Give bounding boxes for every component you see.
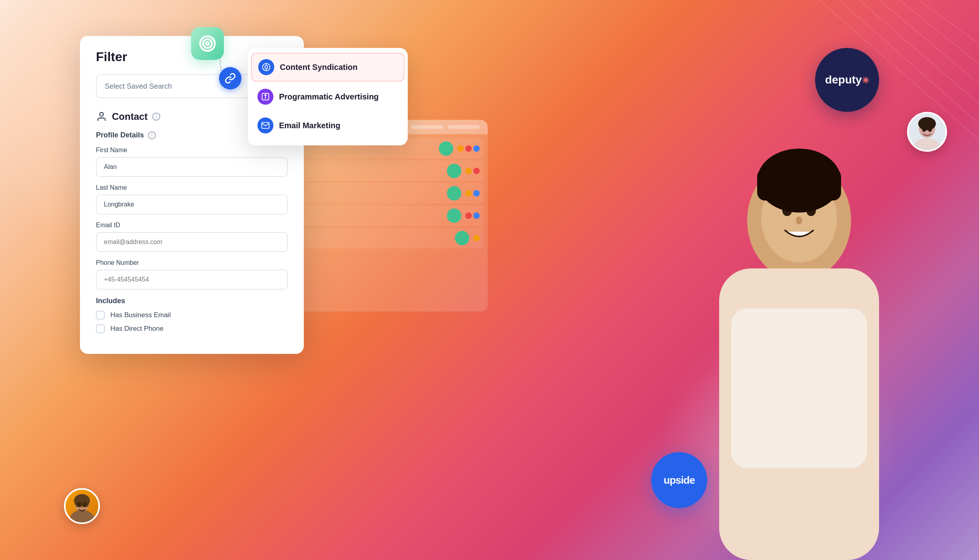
phone-number-label: Phone Number bbox=[96, 259, 288, 266]
phone-number-input[interactable] bbox=[96, 270, 288, 290]
content-syndication-card: Content Syndication Programmatic Adverti… bbox=[248, 48, 408, 145]
email-id-label: Email ID bbox=[96, 222, 288, 229]
link-icon bbox=[225, 73, 236, 84]
has-business-email-checkbox[interactable] bbox=[96, 311, 105, 320]
target-icon-badge bbox=[191, 27, 224, 60]
svg-point-33 bbox=[74, 494, 90, 507]
email-id-input[interactable] bbox=[96, 232, 288, 252]
link-connector-badge bbox=[219, 67, 241, 89]
svg-point-43 bbox=[922, 127, 926, 132]
last-name-field-group: Last Name bbox=[96, 184, 288, 214]
filter-title: Filter bbox=[96, 50, 127, 64]
includes-label: Includes bbox=[96, 297, 288, 305]
email-id-field-group: Email ID bbox=[96, 222, 288, 252]
phone-number-field-group: Phone Number bbox=[96, 259, 288, 290]
deputy-text: deputy✳ bbox=[825, 73, 869, 86]
svg-rect-11 bbox=[731, 308, 867, 468]
upside-text: upside bbox=[664, 474, 695, 487]
svg-line-3 bbox=[879, 0, 979, 84]
svg-point-23 bbox=[203, 39, 212, 48]
deputy-star-icon: ✳ bbox=[862, 75, 869, 85]
upside-badge: upside bbox=[651, 452, 707, 508]
email-icon bbox=[261, 121, 270, 130]
svg-rect-19 bbox=[757, 169, 841, 201]
svg-point-42 bbox=[918, 117, 936, 130]
syndication-icon bbox=[262, 63, 271, 71]
advertising-icon bbox=[261, 92, 270, 101]
person-avatar-right bbox=[907, 112, 947, 152]
programmatic-advertising-label: Programmatic Advertising bbox=[279, 92, 379, 101]
has-direct-phone-label: Has Direct Phone bbox=[110, 325, 163, 333]
contact-person-icon bbox=[96, 111, 107, 122]
content-syndication-icon bbox=[258, 59, 274, 75]
svg-point-26 bbox=[265, 66, 267, 68]
programmatic-advertising-icon bbox=[257, 89, 273, 105]
last-name-input[interactable] bbox=[96, 195, 288, 214]
email-marketing-item[interactable]: Email Marketing bbox=[251, 112, 405, 139]
svg-point-21 bbox=[100, 113, 103, 116]
svg-line-4 bbox=[899, 0, 979, 64]
has-direct-phone-row: Has Direct Phone bbox=[96, 324, 288, 333]
contact-title: Contact bbox=[112, 111, 148, 122]
email-marketing-label: Email Marketing bbox=[279, 121, 340, 130]
has-business-email-row: Has Business Email bbox=[96, 311, 288, 320]
first-name-label: First Name bbox=[96, 147, 288, 154]
has-business-email-label: Has Business Email bbox=[110, 311, 171, 319]
profile-details-info-icon[interactable]: i bbox=[148, 131, 156, 139]
includes-section: Includes Has Business Email Has Direct P… bbox=[96, 297, 288, 333]
person-avatar-right-image bbox=[909, 112, 945, 152]
bullseye-icon bbox=[199, 35, 216, 52]
contact-left: Contact i bbox=[96, 111, 160, 122]
email-marketing-icon bbox=[257, 117, 273, 133]
svg-point-17 bbox=[796, 216, 802, 224]
svg-line-5 bbox=[919, 0, 979, 44]
saved-search-placeholder: Select Saved Search bbox=[105, 82, 172, 91]
has-direct-phone-checkbox[interactable] bbox=[96, 324, 105, 333]
first-name-input[interactable] bbox=[96, 157, 288, 177]
programmatic-advertising-item[interactable]: Programmatic Advertising bbox=[251, 83, 405, 110]
profile-details-label: Profile Details bbox=[96, 131, 144, 139]
deputy-badge: deputy✳ bbox=[815, 48, 879, 112]
person-avatar-left bbox=[64, 488, 100, 524]
person-avatar-left-image bbox=[66, 488, 98, 524]
content-syndication-item[interactable]: Content Syndication bbox=[251, 53, 405, 81]
svg-point-44 bbox=[928, 127, 932, 132]
svg-point-24 bbox=[206, 42, 209, 45]
last-name-label: Last Name bbox=[96, 184, 288, 191]
first-name-field-group: First Name bbox=[96, 147, 288, 177]
content-syndication-label: Content Syndication bbox=[280, 63, 357, 72]
contact-info-icon[interactable]: i bbox=[152, 113, 160, 121]
